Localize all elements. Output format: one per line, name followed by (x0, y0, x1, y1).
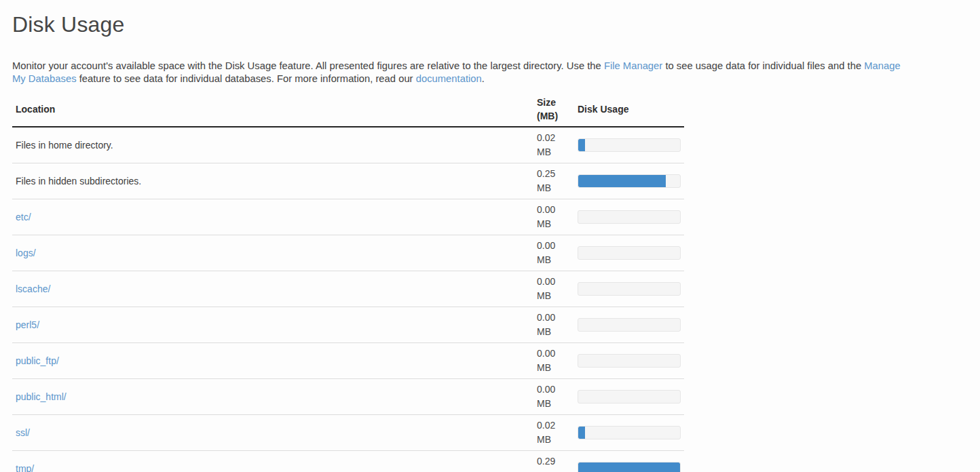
intro-paragraph: Monitor your account's available space w… (12, 60, 916, 85)
directory-link[interactable]: perl5/ (16, 319, 39, 330)
usage-bar (578, 462, 681, 472)
disk-usage-page: Disk Usage Monitor your account's availa… (0, 0, 980, 472)
table-row: public_ftp/0.00MB (12, 343, 684, 379)
usage-bar (578, 174, 681, 188)
usage-bar-fill (578, 139, 585, 151)
usage-bar (578, 318, 681, 332)
location-label: Files in home directory. (16, 140, 113, 151)
directory-link[interactable]: ssl/ (16, 427, 30, 438)
size-cell: 0.00MB (535, 271, 576, 307)
column-header-location: Location (12, 92, 535, 127)
size-cell: 0.00MB (535, 199, 576, 235)
size-cell: 0.00MB (535, 235, 576, 271)
usage-bar (578, 390, 681, 404)
usage-bar (578, 138, 681, 152)
table-row: public_html/0.00MB (12, 379, 684, 415)
usage-bar (578, 354, 681, 368)
file-manager-link[interactable]: File Manager (604, 60, 662, 71)
table-row: Files in hidden subdirectories.0.25MB (12, 163, 684, 199)
table-header-row: Location Size (MB) Disk Usage (12, 92, 684, 127)
size-cell: 0.25MB (535, 163, 576, 199)
table-row: lscache/0.00MB (12, 271, 684, 307)
size-cell: 0.02MB (535, 127, 576, 163)
documentation-link[interactable]: documentation (416, 73, 482, 84)
intro-text: Monitor your account's available space w… (12, 60, 604, 71)
location-label: Files in hidden subdirectories. (16, 176, 141, 186)
usage-bar (578, 246, 681, 260)
usage-bar-fill (578, 427, 585, 439)
column-header-size: Size (MB) (535, 92, 576, 127)
usage-bar-fill (578, 175, 666, 187)
usage-bar (578, 426, 681, 439)
column-header-usage: Disk Usage (576, 92, 684, 127)
size-cell: 0.02MB (535, 415, 576, 451)
table-row: logs/0.00MB (12, 235, 684, 271)
usage-bar (578, 210, 681, 224)
directory-link[interactable]: public_html/ (16, 391, 67, 402)
directory-link[interactable]: lscache/ (16, 283, 50, 294)
table-row: ssl/0.02MB (12, 415, 684, 451)
size-cell: 0.00MB (535, 343, 576, 379)
size-cell: 0.00MB (535, 379, 576, 415)
table-row: Files in home directory.0.02MB (12, 127, 684, 163)
usage-bar (578, 282, 681, 296)
directory-link[interactable]: tmp/ (16, 463, 34, 472)
intro-text: . (482, 73, 485, 84)
table-rows: Files in home directory.0.02MBFiles in h… (12, 127, 684, 472)
page-title: Disk Usage (12, 11, 968, 38)
size-cell: 0.29MB (535, 451, 576, 472)
directory-link[interactable]: etc/ (16, 212, 31, 222)
size-cell: 0.00MB (535, 307, 576, 343)
directory-link[interactable]: logs/ (16, 248, 36, 258)
disk-usage-table: Location Size (MB) Disk Usage Files in h… (12, 92, 684, 472)
table-row: tmp/0.29MB (12, 451, 684, 472)
directory-link[interactable]: public_ftp/ (16, 355, 59, 366)
usage-bar-fill (578, 463, 680, 472)
table-row: perl5/0.00MB (12, 307, 684, 343)
table-row: etc/0.00MB (12, 199, 684, 235)
intro-text: feature to see data for individual datab… (77, 73, 416, 84)
intro-text: to see usage data for individual files a… (662, 60, 864, 71)
